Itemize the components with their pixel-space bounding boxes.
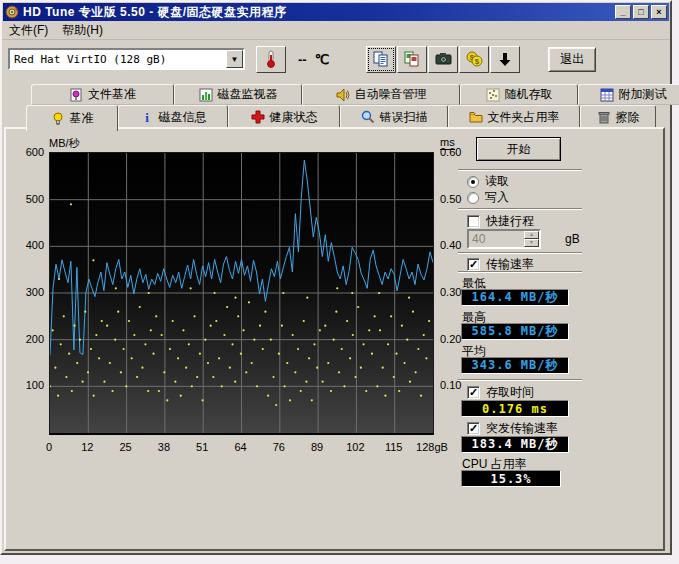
tab-file-benchmark[interactable]: 文件基准: [31, 84, 174, 105]
tab-disk-monitor[interactable]: 磁盘监视器: [174, 84, 302, 105]
separator: [458, 169, 582, 171]
screenshot-button[interactable]: [428, 46, 458, 73]
temperature-button[interactable]: [256, 46, 286, 73]
tab-folder-usage[interactable]: 文件夹占用率: [448, 105, 580, 129]
copy-image-icon: [404, 51, 420, 67]
left-axis-tick: 600: [6, 146, 44, 158]
app-icon: [5, 5, 19, 19]
speaker-icon: [336, 88, 350, 102]
tab-benchmark[interactable]: 基准: [26, 105, 118, 131]
copy-text-button[interactable]: [366, 46, 396, 73]
tab-label: 健康状态: [270, 109, 318, 126]
toolbar: Red Hat VirtIO (128 gB) ▼ -- ℃: [3, 41, 669, 77]
download-arrow-icon: [498, 52, 512, 67]
thermometer-icon: [264, 50, 278, 68]
chevron-down-icon[interactable]: ▼: [226, 50, 243, 68]
burst-rate-checkbox[interactable]: ✓ 突发传输速率: [467, 420, 558, 437]
tab-label: 错误扫描: [380, 109, 428, 126]
file-benchmark-icon: [69, 88, 83, 102]
shortstroke-checkbox-box[interactable]: [467, 215, 480, 228]
donate-button[interactable]: $ $: [459, 46, 489, 73]
start-button[interactable]: 开始: [476, 137, 561, 161]
burst-rate-label: 突发传输速率: [486, 420, 558, 437]
app-window: HD Tune 专业版 5.50 - 硬盘/固态硬盘实用程序 _ □ × 文件(…: [0, 0, 672, 555]
drive-select[interactable]: Red Hat VirtIO (128 gB) ▼: [8, 48, 245, 70]
lightbulb-icon: [51, 112, 65, 126]
tab-error-scan[interactable]: 错误扫描: [340, 105, 448, 129]
tab-erase[interactable]: 擦除: [580, 105, 656, 129]
tab-random-access[interactable]: 随机存取: [460, 84, 578, 105]
tab-row-primary: 基准 i 磁盘信息 健康状态 错误扫描 文件夹占用率: [3, 105, 656, 129]
tab-label: 文件基准: [88, 86, 136, 103]
menu-help[interactable]: 帮助(H): [62, 22, 103, 39]
benchmark-chart: [49, 152, 434, 435]
close-button[interactable]: ×: [651, 5, 667, 19]
shortstroke-checkbox[interactable]: 快捷行程: [467, 213, 534, 230]
menu-bar: 文件(F) 帮助(H): [3, 21, 669, 40]
coins-icon: $ $: [466, 51, 483, 67]
copy-icon: [373, 51, 389, 67]
right-axis-tick: 0.40: [440, 239, 480, 251]
temperature-unit: ℃: [315, 52, 330, 67]
trash-icon: [597, 110, 611, 124]
camera-icon: [435, 52, 452, 66]
shortstroke-unit-label: gB: [565, 232, 580, 246]
radio-read-circle[interactable]: [467, 176, 479, 188]
left-axis-tick: 100: [6, 379, 44, 391]
tab-label: 基准: [70, 110, 94, 127]
exit-button[interactable]: 退出: [548, 47, 596, 72]
access-time-label: 存取时间: [486, 384, 534, 401]
maximize-button[interactable]: □: [633, 5, 649, 19]
stepper-up-icon[interactable]: ▲: [524, 231, 539, 239]
separator: [458, 271, 582, 273]
tab-label: 文件夹占用率: [488, 109, 560, 126]
tab-label: 附加测试: [619, 86, 667, 103]
burst-rate-checkbox-box[interactable]: ✓: [467, 422, 480, 435]
tab-label: 擦除: [616, 109, 640, 126]
temperature-value: --: [298, 52, 307, 67]
save-results-button[interactable]: [490, 46, 520, 73]
burst-rate-value: 183.4 MB/秒: [461, 436, 569, 453]
menu-file[interactable]: 文件(F): [9, 22, 48, 39]
svg-text:i: i: [145, 110, 149, 124]
transfer-rate-checkbox-box[interactable]: ✓: [467, 258, 480, 271]
copy-image-button[interactable]: [397, 46, 427, 73]
tab-row-secondary: 文件基准 磁盘监视器 自动噪音管理 随机: [3, 84, 679, 105]
tab-label: 随机存取: [505, 86, 553, 103]
left-axis-unit-label: MB/秒: [49, 136, 80, 153]
magnifier-icon: [361, 110, 375, 124]
svg-text:$: $: [475, 57, 480, 66]
drive-select-value: Red Hat VirtIO (128 gB): [10, 53, 226, 66]
disk-monitor-icon: [199, 88, 213, 102]
folder-icon: [469, 110, 483, 124]
avg-value: 343.6 MB/秒: [461, 357, 569, 374]
cpu-usage-value: 15.3%: [461, 470, 561, 487]
tab-health[interactable]: 健康状态: [228, 105, 340, 129]
info-icon: i: [140, 110, 154, 124]
right-axis-tick: 0.20: [440, 333, 480, 345]
radio-read-label: 读取: [485, 173, 509, 190]
tab-disk-info[interactable]: i 磁盘信息: [118, 105, 228, 129]
scatter-dots-icon: [486, 88, 500, 102]
stepper-down-icon[interactable]: ▼: [524, 239, 539, 247]
title-bar: HD Tune 专业版 5.50 - 硬盘/固态硬盘实用程序 _ □ ×: [3, 3, 669, 21]
left-axis-tick: 300: [6, 286, 44, 298]
tab-extra-tests[interactable]: 附加测试: [578, 84, 679, 105]
left-axis-tick: 200: [6, 333, 44, 345]
tab-label: 磁盘监视器: [218, 86, 278, 103]
minimize-button[interactable]: _: [615, 5, 631, 19]
tab-aam[interactable]: 自动噪音管理: [302, 84, 460, 105]
window-title: HD Tune 专业版 5.50 - 硬盘/固态硬盘实用程序: [23, 4, 286, 21]
radio-write-label: 写入: [485, 189, 509, 206]
benchmark-panel: MB/秒 ms 开始 读取 写入 快捷行程 40 ▲▼ gB ✓ 传输速率: [4, 127, 665, 551]
stepper-buttons[interactable]: ▲▼: [524, 231, 539, 247]
separator: [458, 252, 582, 254]
separator: [458, 208, 582, 210]
x-axis-tick: 128gB: [408, 441, 456, 453]
access-time-value: 0.176 ms: [461, 400, 569, 417]
right-axis-tick: 0.10: [440, 379, 480, 391]
right-axis-tick: 0.60: [440, 146, 480, 158]
tab-label: 自动噪音管理: [355, 86, 427, 103]
radio-read[interactable]: 读取: [467, 173, 509, 190]
red-cross-icon: [251, 110, 265, 124]
